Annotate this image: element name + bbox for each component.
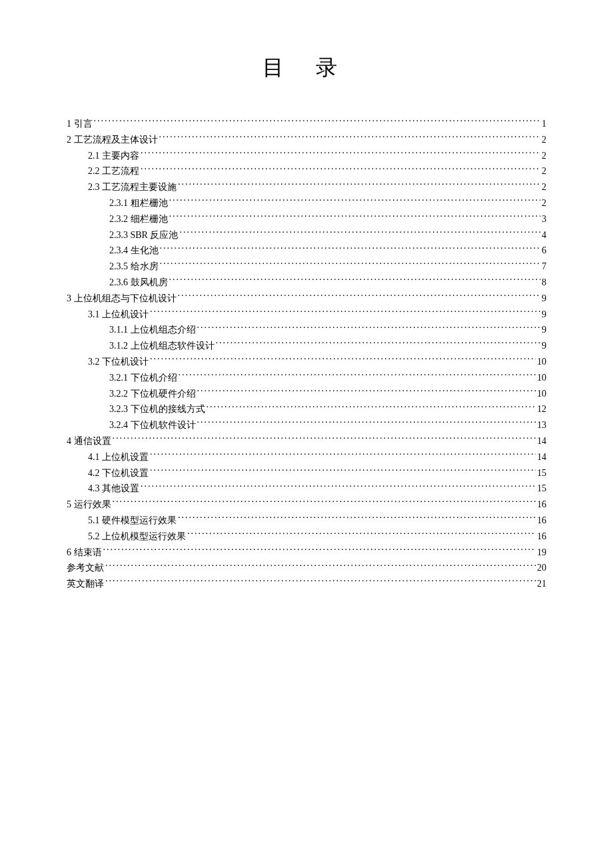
toc-entry[interactable]: 2 工艺流程及主体设计2 xyxy=(67,132,546,148)
toc-entry-label: 2.3.3 SBR 反应池 xyxy=(109,227,178,243)
toc-entry-label: 3 上位机组态与下位机设计 xyxy=(67,291,177,307)
toc-entry-label: 1 引言 xyxy=(67,116,93,132)
toc-entry-label: 3.2.2 下位机硬件介绍 xyxy=(109,386,196,402)
toc-leader-dots xyxy=(207,403,536,412)
toc-leader-dots xyxy=(160,244,541,253)
toc-entry[interactable]: 参考文献20 xyxy=(67,560,546,576)
toc-entry-page: 3 xyxy=(542,211,546,227)
toc-entry-page: 14 xyxy=(537,449,546,465)
toc-leader-dots xyxy=(105,577,536,587)
toc-entry[interactable]: 3.2.1 下位机介绍10 xyxy=(67,370,546,386)
toc-entry-page: 19 xyxy=(537,545,546,561)
toc-entry-label: 3.1.2 上位机组态软件设计 xyxy=(109,338,215,354)
toc-leader-dots xyxy=(94,117,541,127)
toc-entry-page: 4 xyxy=(542,227,546,243)
toc-entry[interactable]: 5.1 硬件模型运行效果16 xyxy=(67,513,546,529)
toc-entry-page: 9 xyxy=(542,322,546,338)
toc-leader-dots xyxy=(159,133,541,143)
toc-entry-page: 2 xyxy=(542,132,546,148)
toc-entry-label: 2.3.6 鼓风机房 xyxy=(109,275,168,291)
toc-leader-dots xyxy=(197,387,536,397)
toc-leader-dots xyxy=(141,482,536,491)
toc-entry-page: 20 xyxy=(537,560,546,576)
toc-entry-page: 9 xyxy=(542,338,546,354)
toc-leader-dots xyxy=(105,561,536,571)
toc-entry[interactable]: 3.2 下位机设计10 xyxy=(67,354,546,370)
toc-entry-page: 1 xyxy=(542,116,546,132)
toc-entry[interactable]: 2.3.1 粗栏栅池2 xyxy=(67,195,546,211)
toc-entry-page: 8 xyxy=(542,275,546,291)
toc-entry-page: 14 xyxy=(537,433,546,449)
toc-entry[interactable]: 3.2.3 下位机的接线方式12 xyxy=(67,401,546,417)
toc-leader-dots xyxy=(178,292,541,301)
toc-leader-dots xyxy=(169,276,541,285)
toc-entry[interactable]: 2.3.6 鼓风机房8 xyxy=(67,275,546,291)
toc-entry-label: 2.1 主要内容 xyxy=(88,148,139,164)
toc-entry[interactable]: 3.1 上位机设计9 xyxy=(67,307,546,323)
toc-leader-dots xyxy=(141,165,540,174)
toc-entry[interactable]: 2.3.3 SBR 反应池4 xyxy=(67,227,546,243)
toc-entry[interactable]: 3 上位机组态与下位机设计9 xyxy=(67,291,546,307)
toc-entry-label: 英文翻译 xyxy=(67,576,104,592)
toc-entry-page: 15 xyxy=(537,481,546,497)
toc-entry[interactable]: 2.3.2 细栏栅池3 xyxy=(67,211,546,227)
toc-entry[interactable]: 英文翻译21 xyxy=(67,576,546,592)
toc-entry-page: 16 xyxy=(537,529,546,545)
toc-entry-page: 10 xyxy=(537,386,546,402)
toc-entry[interactable]: 3.1.1 上位机组态介绍9 xyxy=(67,322,546,338)
toc-entry-page: 21 xyxy=(537,576,546,592)
toc-entry[interactable]: 2.3 工艺流程主要设施2 xyxy=(67,179,546,195)
toc-leader-dots xyxy=(178,181,540,190)
toc-leader-dots xyxy=(150,467,536,476)
toc-entry[interactable]: 4.2 下位机设置15 xyxy=(67,465,546,481)
toc-entry-label: 2.2 工艺流程 xyxy=(88,163,139,179)
toc-leader-dots xyxy=(150,355,536,365)
toc-entry[interactable]: 2.3.4 生化池6 xyxy=(67,243,546,259)
toc-entry[interactable]: 4.1 上位机设置14 xyxy=(67,449,546,465)
toc-entry-page: 16 xyxy=(537,513,546,529)
toc-entry-page: 2 xyxy=(542,148,546,164)
toc-leader-dots xyxy=(216,339,541,349)
toc-entry-page: 6 xyxy=(542,243,546,259)
toc-entry-page: 2 xyxy=(542,195,546,211)
toc-entry-page: 7 xyxy=(542,259,546,275)
toc-entry[interactable]: 4.3 其他设置15 xyxy=(67,481,546,497)
toc-entry-label: 4.1 上位机设置 xyxy=(88,449,149,465)
toc-entry[interactable]: 5.2 上位机模型运行效果16 xyxy=(67,529,546,545)
toc-entry[interactable]: 4 通信设置14 xyxy=(67,433,546,449)
toc-leader-dots xyxy=(197,323,541,333)
toc-leader-dots xyxy=(179,371,536,381)
toc-leader-dots xyxy=(141,149,540,159)
toc-entry[interactable]: 5 运行效果16 xyxy=(67,497,546,513)
toc-entry-label: 6 结束语 xyxy=(67,545,102,561)
toc-entry-page: 9 xyxy=(542,307,546,323)
toc-entry[interactable]: 6 结束语19 xyxy=(67,545,546,561)
toc-entry-page: 9 xyxy=(542,291,546,307)
toc-entry-label: 2 工艺流程及主体设计 xyxy=(67,132,158,148)
toc-entry[interactable]: 2.3.5 给水房7 xyxy=(67,259,546,275)
toc-entry-page: 2 xyxy=(542,179,546,195)
toc-entry-label: 2.3.1 粗栏栅池 xyxy=(109,195,168,211)
toc-entry[interactable]: 3.2.2 下位机硬件介绍10 xyxy=(67,386,546,402)
toc-leader-dots xyxy=(150,308,540,317)
toc-entry-page: 15 xyxy=(537,465,546,481)
toc-entry[interactable]: 1 引言1 xyxy=(67,116,546,132)
toc-entry-page: 12 xyxy=(537,401,546,417)
toc-leader-dots xyxy=(160,260,541,269)
toc-entry-label: 4 通信设置 xyxy=(67,433,111,449)
toc-entry[interactable]: 3.2.4 下位机软件设计13 xyxy=(67,417,546,433)
toc-entry[interactable]: 2.2 工艺流程2 xyxy=(67,163,546,179)
toc-entry-page: 10 xyxy=(537,354,546,370)
toc-entry[interactable]: 3.1.2 上位机组态软件设计9 xyxy=(67,338,546,354)
toc-leader-dots xyxy=(169,213,541,222)
toc-entry-label: 5.2 上位机模型运行效果 xyxy=(88,529,186,545)
toc-entry-page: 10 xyxy=(537,370,546,386)
toc-entry[interactable]: 2.1 主要内容2 xyxy=(67,148,546,164)
toc-entry-page: 2 xyxy=(542,163,546,179)
toc-entry-label: 2.3.5 给水房 xyxy=(109,259,159,275)
toc-entry-label: 3.2 下位机设计 xyxy=(88,354,149,370)
toc-leader-dots xyxy=(150,451,536,460)
toc-entry-label: 2.3.2 细栏栅池 xyxy=(109,211,168,227)
toc-entry-label: 2.3 工艺流程主要设施 xyxy=(88,179,177,195)
toc-entry-label: 2.3.4 生化池 xyxy=(109,243,159,259)
